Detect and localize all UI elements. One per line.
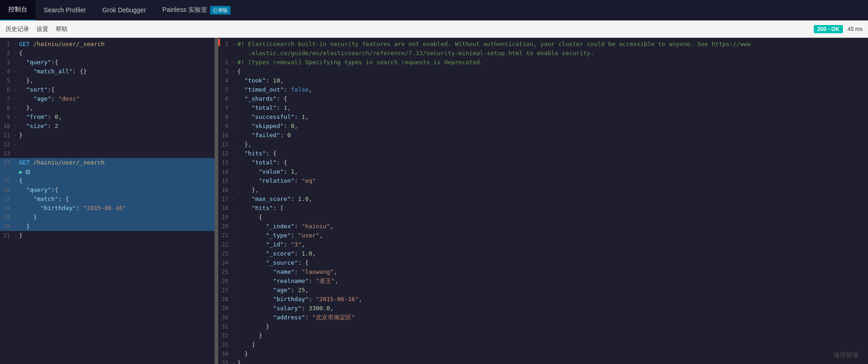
line-11: 11 - } bbox=[0, 131, 215, 140]
line-15: 15 - { bbox=[0, 176, 215, 185]
line-18: 18 - "birthday": "2015-06-16" bbox=[0, 204, 215, 213]
status-badge: 200 - OK bbox=[814, 25, 843, 33]
rline-29: 29 - "salary": 3300.0, bbox=[218, 304, 868, 313]
rline-10: 10 - "failed": 0 bbox=[218, 131, 868, 140]
request-editor[interactable]: 1 - GET /hainiu/user/_search 2 - { 3 - "… bbox=[0, 38, 216, 364]
nav-console[interactable]: 控制台 bbox=[0, 0, 36, 21]
rline-33: 33 - ] bbox=[218, 340, 868, 349]
secondary-toolbar: 历史记录 设置 帮助 200 - OK 45 ms bbox=[0, 21, 868, 38]
line-20: 20 - } bbox=[0, 222, 215, 231]
rline-24: 24 - "_source": { bbox=[218, 258, 868, 267]
toolbar-right: 200 - OK 45 ms bbox=[814, 25, 863, 33]
rline-7: 7 - "total": 1, bbox=[218, 103, 868, 113]
line-9: 9 - "from": 0, bbox=[0, 113, 215, 122]
help-button[interactable]: 帮助 bbox=[56, 25, 67, 33]
line-8: 8 - }, bbox=[0, 103, 215, 113]
line-19: 19 - } bbox=[0, 213, 215, 222]
rline-31: 31 - } bbox=[218, 322, 868, 331]
line-2: 2 - { bbox=[0, 49, 215, 58]
rline-15: 15 - "relation": "eq" bbox=[218, 176, 868, 185]
rline-13: 13 - "total": { bbox=[218, 158, 868, 167]
close-button[interactable]: ✕ bbox=[218, 39, 220, 46]
main-content: 1 - GET /hainiu/user/_search 2 - { 3 - "… bbox=[0, 38, 868, 364]
response-time: 45 ms bbox=[847, 26, 863, 32]
line-3: 3 - "query":{ bbox=[0, 58, 215, 67]
rline-8: 8 - "successful": 1, bbox=[218, 113, 868, 122]
watermark: 海洋部落 bbox=[833, 351, 859, 359]
copy-button[interactable]: ⧉ bbox=[26, 167, 30, 176]
line-13: 13 - bbox=[0, 149, 215, 158]
nav-grok-debugger[interactable]: Grok Debugger bbox=[94, 0, 154, 21]
line-7: 7 - "age": "desc" bbox=[0, 94, 215, 103]
beta-badge: 公测版 bbox=[210, 6, 231, 15]
rline-18: 18 - "hits": [ bbox=[218, 204, 868, 213]
response-panel: ✕ 1 - #! Elasticsearch built-in security… bbox=[218, 38, 868, 364]
rline-19: 19 - { bbox=[218, 213, 868, 222]
rline-30: 30 - "address": "北京市海淀区" bbox=[218, 313, 868, 322]
rline-1: 1 - #! Elasticsearch built-in security f… bbox=[218, 40, 868, 49]
rline-12: 12 - "hits": { bbox=[218, 149, 868, 158]
line-1: 1 - GET /hainiu/user/_search bbox=[0, 40, 215, 49]
rline-11: 11 - }, bbox=[218, 140, 868, 149]
rline-4: 4 - "took": 10, bbox=[218, 76, 868, 85]
rline-20: 20 - "_index": "hainiu", bbox=[218, 222, 868, 231]
rline-26: 26 - "realname": "老王", bbox=[218, 277, 868, 286]
rline-1: .elastic.co/guide/en/elasticsearch/refer… bbox=[218, 49, 868, 58]
code-editor-right: 1 - #! Elasticsearch built-in security f… bbox=[218, 38, 868, 364]
rline-23: 23 - "_score": 1.0, bbox=[218, 249, 868, 258]
rline-22: 22 - "_id": "3", bbox=[218, 240, 868, 249]
rline-2: 2 - #! [types removal] Specifying types … bbox=[218, 58, 868, 67]
line-14: 14 - GET /hainiu/user/_search ▶ ⧉ bbox=[0, 158, 215, 176]
line-4: 4 - "match_all": {} bbox=[0, 67, 215, 76]
code-editor-left: 1 - GET /hainiu/user/_search 2 - { 3 - "… bbox=[0, 38, 215, 242]
line-10: 10 - "size": 2 bbox=[0, 122, 215, 131]
top-navigation: 控制台 Search Profiler Grok Debugger Painle… bbox=[0, 0, 868, 21]
rline-14: 14 - "value": 1, bbox=[218, 167, 868, 176]
rline-5: 5 - "timed_out": false, bbox=[218, 85, 868, 94]
history-button[interactable]: 历史记录 bbox=[5, 25, 29, 33]
rline-34: 34 - } bbox=[218, 349, 868, 359]
rline-3: 3 - { bbox=[218, 67, 868, 76]
line-6: 6 - "sort":{ bbox=[0, 85, 215, 94]
rline-28: 28 - "birthday": "2015-06-16", bbox=[218, 295, 868, 304]
rline-35: 35 - } bbox=[218, 359, 868, 364]
rline-27: 27 - "age": 25, bbox=[218, 286, 868, 295]
rline-17: 17 - "max_score": 1.0, bbox=[218, 195, 868, 204]
line-21: 21 - } bbox=[0, 231, 215, 240]
nav-search-profiler[interactable]: Search Profiler bbox=[36, 0, 94, 21]
line-17: 17 - "match": { bbox=[0, 195, 215, 204]
settings-button[interactable]: 设置 bbox=[36, 25, 48, 33]
rline-21: 21 - "_type": "user", bbox=[218, 231, 868, 240]
nav-painless-lab[interactable]: Painless 实验室 公测版 bbox=[154, 0, 239, 21]
line-16: 16 - "query":{ bbox=[0, 185, 215, 195]
rline-16: 16 - }, bbox=[218, 185, 868, 195]
run-button[interactable]: ▶ bbox=[19, 167, 23, 176]
rline-9: 9 - "skipped": 0, bbox=[218, 122, 868, 131]
rline-25: 25 - "name": "laowang", bbox=[218, 267, 868, 277]
rline-32: 32 - } bbox=[218, 331, 868, 340]
rline-6: 6 - "_shards": { bbox=[218, 94, 868, 103]
line-5: 5 - }, bbox=[0, 76, 215, 85]
line-12: 12 - bbox=[0, 140, 215, 149]
